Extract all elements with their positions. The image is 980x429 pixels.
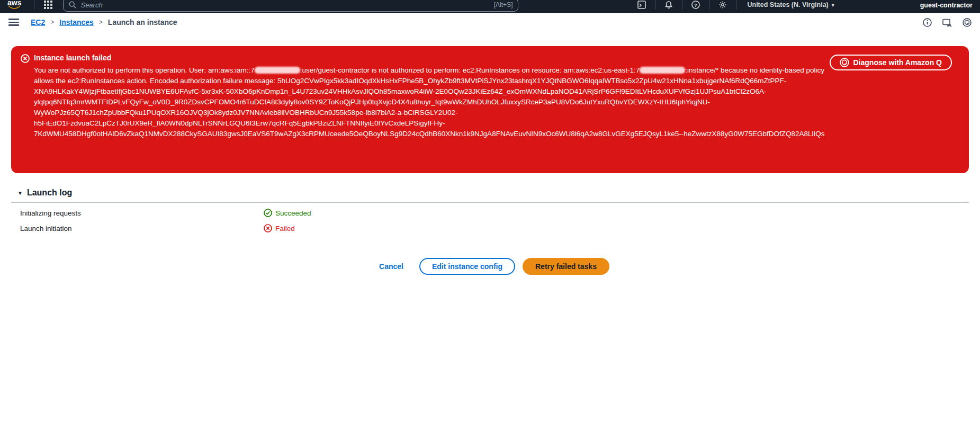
cloudshell-icon[interactable] — [634, 0, 650, 11]
redacted-account-id — [640, 67, 685, 74]
log-row-label: Initializing requests — [20, 209, 264, 217]
divider — [682, 0, 682, 10]
region-selector[interactable]: United States (N. Virginia)▼ — [742, 1, 840, 8]
breadcrumb-current-page: Launch an instance — [108, 18, 177, 26]
footer-actions: Cancel Edit instance config Retry failed… — [0, 258, 980, 275]
status-failed: Failed — [264, 224, 969, 233]
divider — [736, 0, 736, 10]
redacted-account-id — [255, 67, 300, 74]
log-row-initializing-requests: Initializing requests Succeeded — [11, 203, 969, 218]
success-check-circle-icon — [264, 209, 272, 217]
launch-log-section: ▼ Launch log Initializing requests Succe… — [11, 188, 969, 234]
side-navigation-toggle-icon[interactable] — [8, 19, 19, 26]
svg-text:?: ? — [695, 3, 698, 8]
aws-logo[interactable]: aws — [7, 0, 21, 10]
amazon-q-icon[interactable] — [963, 18, 972, 27]
error-circle-x-icon — [264, 224, 272, 233]
divider — [709, 0, 709, 10]
chevron-down-icon: ▼ — [17, 190, 23, 196]
retry-failed-tasks-button[interactable]: Retry failed tasks — [523, 258, 609, 275]
breadcrumb-link-instances[interactable]: Instances — [59, 18, 94, 26]
instance-launch-failed-alert: Instance launch failed You are not autho… — [11, 46, 969, 173]
search-icon — [69, 1, 76, 8]
cancel-button[interactable]: Cancel — [371, 258, 412, 275]
notifications-bell-icon[interactable] — [661, 0, 677, 11]
alert-message: You are not authorized to perform this o… — [34, 65, 831, 139]
breadcrumb-link-ec2[interactable]: EC2 — [31, 18, 45, 26]
amazon-q-icon — [840, 58, 849, 67]
aws-smile — [8, 6, 20, 10]
breadcrumb-separator: > — [99, 19, 103, 26]
account-menu[interactable]: guest-contractor — [915, 2, 973, 11]
log-row-launch-initiation: Launch initiation Failed — [11, 218, 969, 234]
edit-instance-config-button[interactable]: Edit instance config — [419, 258, 515, 275]
info-icon[interactable] — [923, 18, 932, 27]
services-grid-icon[interactable] — [44, 1, 52, 9]
divider — [655, 0, 655, 10]
breadcrumb-separator: > — [50, 19, 54, 26]
status-succeeded: Succeeded — [264, 209, 969, 217]
launch-log-expander[interactable]: ▼ Launch log — [11, 188, 969, 203]
alert-title: Instance launch failed — [34, 53, 831, 62]
feedback-icon[interactable] — [942, 18, 952, 27]
launch-log-title: Launch log — [27, 188, 72, 198]
breadcrumb: EC2 > Instances > Launch an instance — [0, 13, 980, 31]
diagnose-with-amazon-q-button[interactable]: Diagnose with Amazon Q — [830, 55, 952, 70]
search-input[interactable]: Search [Alt+S] — [63, 0, 518, 12]
log-row-label: Launch initiation — [20, 225, 264, 233]
chevron-down-icon: ▼ — [831, 3, 835, 8]
search-placeholder: Search — [80, 1, 489, 9]
help-icon[interactable]: ? — [688, 0, 704, 11]
encoded-failure-message: 5hUOg2CVwPIgx5kk3adIOqdXkHsHxFPhe5B_Ohyk… — [34, 77, 825, 138]
settings-gear-icon[interactable] — [715, 0, 731, 11]
top-navigation-bar: aws Search [Alt+S] — [0, 0, 980, 13]
error-circle-x-icon — [21, 54, 30, 139]
divider — [34, 0, 34, 10]
search-shortcut: [Alt+S] — [494, 1, 513, 8]
